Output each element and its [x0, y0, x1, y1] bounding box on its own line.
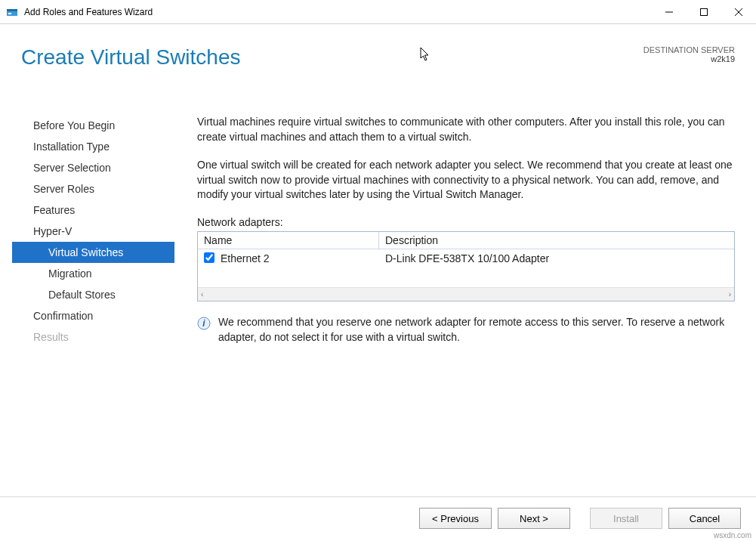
intro-para-2: One virtual switch will be created for e…	[197, 158, 735, 202]
nav-item-server-selection[interactable]: Server Selection	[12, 157, 174, 178]
svg-rect-1	[7, 9, 17, 11]
destination-block: DESTINATION SERVER w2k19	[643, 45, 735, 63]
previous-button[interactable]: < Previous	[419, 508, 492, 529]
adapter-name: Ethernet 2	[221, 252, 385, 264]
nav-item-installation-type[interactable]: Installation Type	[12, 136, 174, 157]
wizard-footer: < Previous Next > Install Cancel	[0, 496, 756, 529]
destination-name: w2k19	[643, 54, 735, 63]
nav-item-default-stores[interactable]: Default Stores	[12, 284, 174, 305]
info-text: We recommend that you reserve one networ…	[218, 315, 735, 345]
adapters-label: Network adapters:	[197, 216, 735, 228]
adapters-table: Name Description Ethernet 2D-Link DFE-53…	[197, 231, 735, 301]
table-row[interactable]: Ethernet 2D-Link DFE-538TX 10/100 Adapte…	[198, 249, 734, 268]
nav-item-migration[interactable]: Migration	[12, 263, 174, 284]
info-note: i We recommend that you reserve one netw…	[197, 315, 735, 345]
nav-item-hyper-v[interactable]: Hyper-V	[12, 221, 174, 242]
table-body: Ethernet 2D-Link DFE-538TX 10/100 Adapte…	[198, 249, 734, 287]
column-name[interactable]: Name	[198, 232, 379, 249]
destination-label: DESTINATION SERVER	[643, 45, 735, 54]
svg-rect-2	[8, 13, 11, 14]
title-bar: Add Roles and Features Wizard	[0, 0, 756, 24]
info-icon: i	[197, 317, 211, 330]
minimize-button[interactable]	[652, 0, 687, 23]
header: Create Virtual Switches DESTINATION SERV…	[0, 24, 756, 104]
wizard-nav: Before You BeginInstallation TypeServer …	[12, 104, 174, 481]
adapter-checkbox[interactable]	[204, 252, 214, 263]
cancel-button[interactable]: Cancel	[668, 508, 741, 529]
nav-item-confirmation[interactable]: Confirmation	[12, 305, 174, 326]
table-header: Name Description	[198, 232, 734, 249]
main-content: Virtual machines require virtual switche…	[174, 104, 744, 481]
window-title: Add Roles and Features Wizard	[24, 7, 652, 17]
horizontal-scrollbar[interactable]: ‹ ›	[198, 287, 734, 301]
scroll-right-icon[interactable]: ›	[729, 290, 731, 298]
maximize-button[interactable]	[687, 0, 721, 23]
column-description[interactable]: Description	[379, 232, 734, 249]
nav-item-server-roles[interactable]: Server Roles	[12, 178, 174, 199]
page-title: Create Virtual Switches	[21, 45, 735, 70]
window-controls	[652, 0, 756, 23]
install-button[interactable]: Install	[590, 508, 662, 529]
next-button[interactable]: Next >	[498, 508, 570, 529]
nav-item-results: Results	[12, 326, 174, 348]
intro-para-1: Virtual machines require virtual switche…	[197, 115, 735, 144]
nav-item-before-you-begin[interactable]: Before You Begin	[12, 115, 174, 136]
nav-item-virtual-switches[interactable]: Virtual Switches	[12, 242, 174, 263]
scroll-left-icon[interactable]: ‹	[201, 290, 203, 298]
nav-item-features[interactable]: Features	[12, 199, 174, 221]
watermark: wsxdn.com	[714, 531, 751, 539]
adapter-description: D-Link DFE-538TX 10/100 Adapter	[385, 252, 728, 264]
svg-rect-4	[701, 8, 708, 15]
app-icon	[6, 6, 18, 18]
close-button[interactable]	[721, 0, 756, 23]
